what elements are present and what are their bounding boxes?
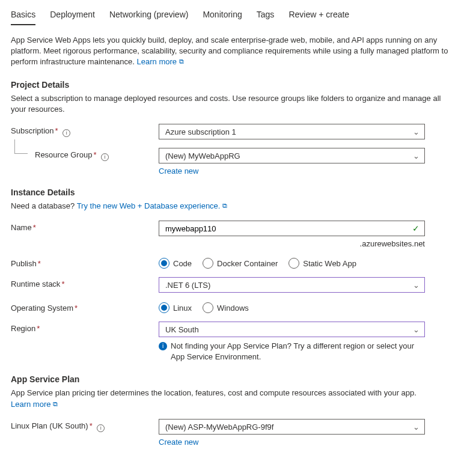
tab-basics[interactable]: Basics — [11, 6, 35, 25]
os-windows-radio[interactable]: Windows — [203, 302, 249, 313]
region-label: Region* — [11, 322, 159, 333]
chevron-down-icon: ⌄ — [413, 152, 420, 160]
create-new-rg-link[interactable]: Create new — [159, 166, 198, 175]
tab-tags[interactable]: Tags — [257, 6, 275, 25]
publish-static-radio[interactable]: Static Web App — [288, 258, 356, 269]
create-new-plan-link[interactable]: Create new — [159, 438, 198, 447]
intro-text: App Service Web Apps lets you quickly bu… — [11, 35, 453, 68]
publish-label: Publish* — [11, 257, 159, 268]
name-label: Name* — [11, 221, 159, 232]
name-input[interactable] — [165, 224, 412, 233]
tab-monitoring[interactable]: Monitoring — [203, 6, 242, 25]
external-link-icon: ⧉ — [179, 58, 184, 65]
db-experience-link[interactable]: Try the new Web + Database experience.⧉ — [77, 201, 228, 210]
domain-suffix: .azurewebsites.net — [159, 239, 425, 248]
chevron-down-icon: ⌄ — [413, 326, 420, 334]
publish-docker-radio[interactable]: Docker Container — [203, 258, 278, 269]
name-input-wrap: ✓ — [159, 221, 425, 236]
resource-group-label: Resource Group* i — [11, 148, 159, 160]
learn-more-link[interactable]: Learn more⧉ — [137, 57, 184, 66]
tab-bar: Basics Deployment Networking (preview) M… — [11, 6, 453, 26]
tree-indent-line — [14, 139, 28, 154]
chevron-down-icon: ⌄ — [413, 423, 420, 431]
runtime-label: Runtime stack* — [11, 277, 159, 288]
chevron-down-icon: ⌄ — [413, 281, 420, 289]
publish-radio-group: Code Docker Container Static Web App — [159, 257, 453, 269]
db-prompt: Need a database? Try the new Web + Datab… — [11, 201, 453, 212]
region-select[interactable]: UK South ⌄ — [159, 322, 425, 337]
info-icon[interactable]: i — [101, 153, 109, 161]
tab-deployment[interactable]: Deployment — [50, 6, 95, 25]
project-details-desc: Select a subscription to manage deployed… — [11, 93, 453, 116]
info-icon[interactable]: i — [63, 129, 70, 137]
subscription-select[interactable]: Azure subscription 1 ⌄ — [159, 124, 425, 139]
resource-group-select[interactable]: (New) MyWebAppRG ⌄ — [159, 148, 425, 163]
project-details-heading: Project Details — [11, 80, 453, 90]
subscription-label: Subscription* i — [11, 124, 159, 136]
os-radio-group: Linux Windows — [159, 301, 453, 313]
linux-plan-label: Linux Plan (UK South)* i — [11, 419, 159, 431]
external-link-icon: ⧉ — [222, 203, 227, 209]
publish-code-radio[interactable]: Code — [159, 258, 192, 269]
app-service-plan-heading: App Service Plan — [11, 374, 453, 384]
instance-details-heading: Instance Details — [11, 188, 453, 197]
os-linux-radio[interactable]: Linux — [159, 302, 192, 313]
tab-networking[interactable]: Networking (preview) — [109, 6, 188, 25]
os-label: Operating System* — [11, 301, 159, 313]
info-icon[interactable]: i — [97, 424, 105, 432]
check-icon: ✓ — [412, 224, 420, 233]
plan-desc: App Service plan pricing tier determines… — [11, 388, 453, 410]
linux-plan-select[interactable]: (New) ASP-MyWebAppRG-9f9f ⌄ — [159, 419, 425, 435]
runtime-select[interactable]: .NET 6 (LTS) ⌄ — [159, 277, 425, 293]
region-hint: i Not finding your App Service Plan? Try… — [159, 341, 425, 362]
plan-learn-more-link[interactable]: Learn more⧉ — [11, 400, 58, 409]
tab-review-create[interactable]: Review + create — [288, 6, 349, 25]
intro-body: App Service Web Apps lets you quickly bu… — [11, 35, 448, 66]
external-link-icon: ⧉ — [53, 401, 58, 407]
info-solid-icon: i — [159, 342, 167, 350]
chevron-down-icon: ⌄ — [413, 128, 420, 136]
